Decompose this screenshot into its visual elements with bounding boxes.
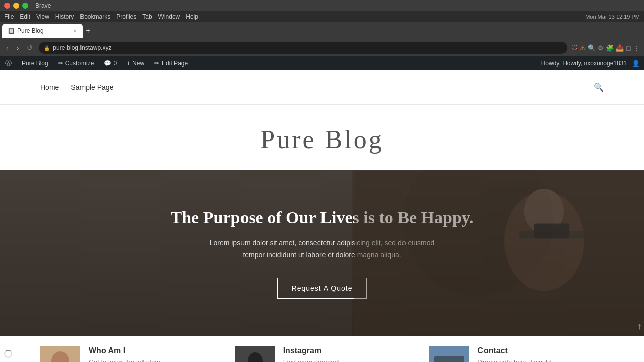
address-bar: ‹ › ↺ 🔒 pure-blog.instawp.xyz 🛡 ⚠ 🔍 ⚙ 🧩 … <box>0 39 644 56</box>
back-button[interactable]: ‹ <box>4 43 11 53</box>
minimize-button[interactable] <box>13 3 19 9</box>
site-title-area: Pure Blog <box>0 105 644 170</box>
tab-favicon: 🔲 <box>8 28 14 34</box>
browser-tab[interactable]: 🔲 Pure Blog × <box>2 24 83 38</box>
title-bar: Brave <box>0 0 644 11</box>
tab-bar: 🔲 Pure Blog × + <box>0 22 644 39</box>
extension-icon-5[interactable]: ◻ <box>626 44 631 52</box>
request-quote-button[interactable]: Request A Quote <box>277 278 367 299</box>
browser-menu-bar: File Edit View History Bookmarks Profile… <box>0 11 644 22</box>
menu-history[interactable]: History <box>55 13 74 20</box>
app-name: Brave <box>35 2 51 9</box>
menu-file[interactable]: File <box>4 13 14 20</box>
wp-logo-icon: ⓦ <box>5 59 12 68</box>
menu-window[interactable]: Window <box>158 13 180 20</box>
contact-content: Contact Drop a note here, I would <box>477 346 551 362</box>
site-name-label: Pure Blog <box>22 60 48 67</box>
edit-page-label: Edit Page <box>162 60 188 67</box>
lock-icon: 🔒 <box>44 45 50 51</box>
user-avatar[interactable]: 👤 <box>632 60 644 67</box>
tab-close-button[interactable]: × <box>73 28 76 34</box>
extension-icon-2[interactable]: ⚙ <box>598 44 604 52</box>
instagram-card[interactable]: Instagram Find more personal <box>235 346 410 362</box>
maximize-button[interactable] <box>22 3 28 9</box>
url-text: pure-blog.instawp.xyz <box>53 44 111 51</box>
site-nav: Home Sample Page <box>40 83 113 92</box>
menu-view[interactable]: View <box>36 13 49 20</box>
instagram-image <box>235 346 275 362</box>
bottom-cards: Who Am I Get to know the full story Inst… <box>0 336 644 362</box>
contact-image <box>429 346 469 362</box>
url-bar[interactable]: 🔒 pure-blog.instawp.xyz <box>39 42 567 54</box>
who-am-i-content: Who Am I Get to know the full story <box>89 346 160 362</box>
wp-admin-bar: ⓦ Pure Blog ✏ Customize 💬 0 + New ✏ Edit… <box>0 56 644 70</box>
menu-bookmarks[interactable]: Bookmarks <box>80 13 110 20</box>
menu-help[interactable]: Help <box>186 13 198 20</box>
extension-icon-1[interactable]: 🔍 <box>588 44 596 52</box>
hero-section: The Purpose of Our Lives is to Be Happy.… <box>0 170 644 336</box>
comments-item[interactable]: 💬 0 <box>99 56 122 70</box>
nav-home[interactable]: Home <box>40 83 59 92</box>
comments-icon: 💬 <box>104 60 111 67</box>
who-am-i-image <box>40 346 80 362</box>
close-button[interactable] <box>4 3 10 9</box>
wp-bar-right: Howdy, Howdy, rixoxunoge1831 👤 <box>536 60 644 67</box>
howdy-text: Howdy, Howdy, rixoxunoge1831 <box>536 60 632 67</box>
forward-button[interactable]: › <box>15 43 21 53</box>
svg-rect-12 <box>434 356 464 362</box>
customize-icon: ✏ <box>58 60 63 67</box>
menu-edit[interactable]: Edit <box>20 13 30 20</box>
contact-title: Contact <box>477 346 551 355</box>
instagram-content: Instagram Find more personal <box>283 346 340 362</box>
tab-title: Pure Blog <box>17 27 70 34</box>
loading-spinner <box>4 350 12 358</box>
edit-page-item[interactable]: ✏ Edit Page <box>149 56 193 70</box>
site-name-item[interactable]: Pure Blog <box>17 56 53 70</box>
customize-label: Customize <box>65 60 94 67</box>
new-label: New <box>132 60 144 67</box>
who-am-i-title: Who Am I <box>89 346 160 355</box>
instagram-text: Find more personal <box>283 357 340 362</box>
browser-action-icons: 🛡 ⚠ 🔍 ⚙ 🧩 📥 ◻ ⋮ <box>571 44 640 52</box>
contact-card[interactable]: Contact Drop a note here, I would <box>429 346 604 362</box>
instagram-title: Instagram <box>283 346 340 355</box>
menu-tab[interactable]: Tab <box>142 13 152 20</box>
site-title: Pure Blog <box>0 125 644 154</box>
edit-page-icon: ✏ <box>154 60 159 67</box>
browser-menus: File Edit View History Bookmarks Profile… <box>4 13 198 20</box>
new-icon: + <box>127 60 130 67</box>
warning-icon: ⚠ <box>580 44 586 52</box>
hero-bg-image <box>354 170 644 336</box>
who-am-i-text: Get to know the full story <box>89 357 160 362</box>
nav-sample-page[interactable]: Sample Page <box>71 83 113 92</box>
wp-logo-item[interactable]: ⓦ <box>0 56 17 70</box>
new-tab-button[interactable]: + <box>86 26 90 35</box>
extension-icon-4[interactable]: 📥 <box>616 44 624 52</box>
extension-icon-3[interactable]: 🧩 <box>606 44 614 52</box>
contact-text: Drop a note here, I would <box>477 357 551 362</box>
more-button[interactable]: ⋮ <box>633 44 640 52</box>
comments-count: 0 <box>113 60 117 67</box>
refresh-button[interactable]: ↺ <box>25 43 35 53</box>
svg-rect-0 <box>354 171 644 336</box>
svg-rect-4 <box>534 223 570 238</box>
search-icon[interactable]: 🔍 <box>594 82 604 92</box>
loading-area <box>4 350 15 358</box>
site-header: Home Sample Page 🔍 <box>0 70 644 105</box>
scroll-to-top[interactable]: ↑ <box>637 321 642 332</box>
shield-icon: 🛡 <box>571 44 578 52</box>
menu-profiles[interactable]: Profiles <box>116 13 136 20</box>
time-display: Mon Mar 13 12:19 PM <box>585 14 640 20</box>
who-am-i-card[interactable]: Who Am I Get to know the full story <box>40 346 215 362</box>
new-item[interactable]: + New <box>122 56 149 70</box>
customize-item[interactable]: ✏ Customize <box>53 56 99 70</box>
